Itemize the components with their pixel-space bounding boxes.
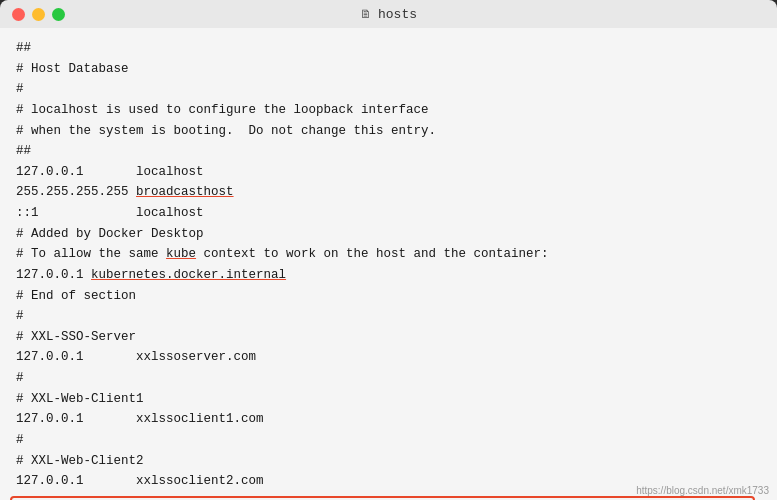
code-line: 127.0.0.1 xxlssoclient1.com — [16, 409, 761, 430]
title-bar: 🗎 hosts — [0, 0, 777, 28]
minimize-button[interactable] — [32, 8, 45, 21]
underline-kubernetes: kubernetes.docker.internal — [91, 268, 286, 282]
code-line: # XXL-SSO-Server — [16, 327, 761, 348]
code-line: 127.0.0.1 localhost — [16, 162, 761, 183]
content-area[interactable]: ## # Host Database # # localhost is used… — [0, 28, 777, 500]
code-line: # XXL-Web-Client2 — [16, 451, 761, 472]
file-icon: 🗎 — [360, 7, 372, 22]
code-line: # End of section — [16, 286, 761, 307]
code-line: # To allow the same kube context to work… — [16, 244, 761, 265]
code-line: # when the system is booting. Do not cha… — [16, 121, 761, 142]
highlighted-block: # taodong(依次为淘东门户、淘东sso服务、淘东聚合支付) 127.0.… — [10, 496, 755, 500]
window-title: hosts — [378, 7, 417, 22]
code-line: # — [16, 430, 761, 451]
code-line: 255.255.255.255 broadcasthost — [16, 182, 761, 203]
code-line: # Added by Docker Desktop — [16, 224, 761, 245]
window-controls — [12, 8, 65, 21]
code-line: 127.0.0.1 kubernetes.docker.internal — [16, 265, 761, 286]
code-line: # Host Database — [16, 59, 761, 80]
code-line: 127.0.0.1 xxlssoserver.com — [16, 347, 761, 368]
close-button[interactable] — [12, 8, 25, 21]
maximize-button[interactable] — [52, 8, 65, 21]
code-line: # localhost is used to configure the loo… — [16, 100, 761, 121]
code-line: ## — [16, 38, 761, 59]
code-line: ::1 localhost — [16, 203, 761, 224]
code-line: # — [16, 306, 761, 327]
watermark: https://blog.csdn.net/xmk1733 — [636, 485, 769, 496]
code-line: # XXL-Web-Client1 — [16, 389, 761, 410]
code-line: # — [16, 368, 761, 389]
kube-underline: kube — [166, 247, 196, 261]
title-area: 🗎 hosts — [360, 7, 417, 22]
code-line: # — [16, 79, 761, 100]
code-line: ## — [16, 141, 761, 162]
underline-broadcasthost: broadcasthost — [136, 185, 234, 199]
